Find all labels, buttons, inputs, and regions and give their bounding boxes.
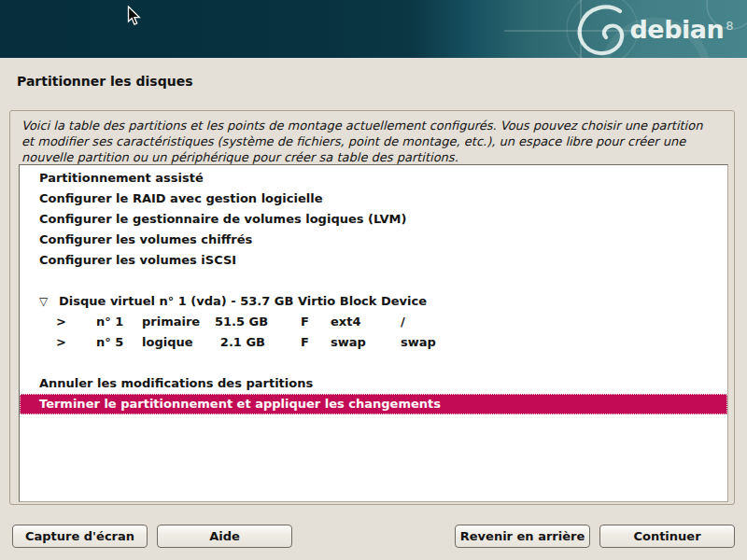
brand-name: debian xyxy=(630,15,725,44)
help-button[interactable]: Aide xyxy=(157,525,292,548)
mouse-cursor-icon xyxy=(127,6,143,27)
spacer-row xyxy=(20,271,727,291)
partition-marker-icon: > xyxy=(56,332,96,353)
menu-item-configure-iscsi[interactable]: Configurer les volumes iSCSI xyxy=(20,250,727,271)
partition-size: 51.5 GB xyxy=(215,312,265,332)
partition-filesystem: ext4 xyxy=(331,312,401,332)
partition-row-1[interactable]: >n° 1primaire51.5 GBFext4/ xyxy=(20,312,727,332)
disk-label: Disque virtuel n° 1 (vda) - 53.7 GB Virt… xyxy=(59,294,427,308)
partition-number: n° 1 xyxy=(96,312,142,332)
partition-size: 2.1 GB xyxy=(215,332,265,353)
partition-mountpoint: swap xyxy=(401,332,436,353)
menu-item-undo-changes[interactable]: Annuler les modifications des partitions xyxy=(20,373,727,394)
expander-triangle-icon[interactable]: ▽ xyxy=(39,291,59,312)
go-back-button[interactable]: Revenir en arrière xyxy=(455,525,590,548)
page-title: Partitionner les disques xyxy=(17,74,193,89)
menu-item-finish-partitioning[interactable]: Terminer le partitionnement et appliquer… xyxy=(20,394,727,414)
partition-filesystem: swap xyxy=(331,332,401,353)
continue-button[interactable]: Continuer xyxy=(599,525,735,548)
partition-type: logique xyxy=(142,332,215,353)
debian-wordmark: debian8 xyxy=(630,17,733,47)
spacer-row xyxy=(20,353,727,373)
brand-version: 8 xyxy=(726,19,733,33)
partition-number: n° 5 xyxy=(96,332,142,353)
disk-header-row[interactable]: ▽Disque virtuel n° 1 (vda) - 53.7 GB Vir… xyxy=(20,291,727,312)
partition-menu-listbox[interactable]: Partitionnement assisté Configurer le RA… xyxy=(19,164,728,502)
partition-row-5[interactable]: >n° 5logique2.1 GBFswapswap xyxy=(20,332,727,353)
partition-table-description: Voici la table des partitions et les poi… xyxy=(21,118,714,165)
menu-item-configure-raid[interactable]: Configurer le RAID avec gestion logiciel… xyxy=(20,189,727,209)
partition-menu-list: Partitionnement assisté Configurer le RA… xyxy=(20,168,727,414)
partition-format-flag: F xyxy=(301,312,331,332)
partition-type: primaire xyxy=(142,312,215,332)
partition-marker-icon: > xyxy=(56,312,96,332)
menu-item-configure-encrypted[interactable]: Configurer les volumes chiffrés xyxy=(20,230,727,250)
partition-mountpoint: / xyxy=(401,312,405,332)
menu-item-guided-partitioning[interactable]: Partitionnement assisté xyxy=(20,168,727,189)
screenshot-button[interactable]: Capture d'écran xyxy=(12,525,148,548)
partition-format-flag: F xyxy=(301,332,331,353)
installer-banner: debian8 xyxy=(0,0,747,58)
debian-swirl-logo xyxy=(580,7,622,54)
menu-item-configure-lvm[interactable]: Configurer le gestionnaire de volumes lo… xyxy=(20,209,727,230)
